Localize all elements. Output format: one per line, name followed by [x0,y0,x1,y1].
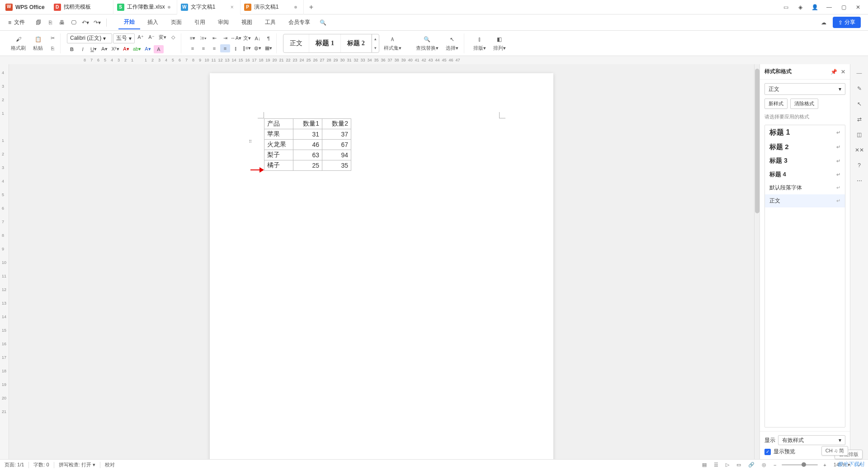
select-tool-icon[interactable]: ↖ [853,98,866,110]
chevron-up-icon[interactable]: ▴ [372,34,379,43]
help-icon[interactable]: ? [853,159,866,172]
view-web-icon[interactable]: ▭ [735,462,743,468]
window-menu-icon[interactable]: ▭ [779,1,792,14]
style-list-item[interactable]: 标题 2↵ [765,140,845,154]
ime-indicator[interactable]: CH ♫ 简 [821,446,848,456]
minimize-button[interactable]: — [823,1,835,14]
tab-references[interactable]: 引用 [189,16,211,29]
tab-view[interactable]: 视图 [236,16,258,29]
cloud-icon[interactable]: ☁ [818,17,829,28]
table-header[interactable]: 数量2 [322,119,351,129]
print-icon[interactable]: 🖶 [57,17,67,28]
increase-indent-button[interactable]: ⇥ [220,34,230,42]
preview-checkbox[interactable]: ✓ [764,449,771,455]
scroll-thumb[interactable] [755,69,760,213]
tab-tools[interactable]: 工具 [259,16,281,29]
zoom-in-button[interactable]: + [821,462,828,468]
new-tab-button[interactable]: + [304,3,319,11]
close-icon[interactable] [294,6,297,9]
document-table[interactable]: 产品 数量1 数量2 苹果 31 37 火龙果 46 67 梨子 63 [264,118,351,171]
close-icon[interactable]: × [231,4,234,10]
maximize-button[interactable]: ▢ [837,1,850,14]
numbering-button[interactable]: ⦙≡▾ [198,34,208,42]
increase-font-button[interactable]: A⁺ [136,33,146,42]
save-icon[interactable]: 🗐 [33,17,44,28]
tab-member[interactable]: 会员专享 [283,16,316,29]
style-heading1[interactable]: 标题 1 [309,34,341,52]
tab-presentation[interactable]: P 演示文稿1 [241,0,304,14]
style-list-item[interactable]: 标题 3↵ [765,154,845,168]
show-select[interactable]: 有效样式 ▾ [778,435,845,445]
superscript-button[interactable]: X²▾ [110,45,120,53]
show-marks-button[interactable]: ¶ [264,34,274,42]
style-list-item[interactable]: 默认段落字体↵ [765,181,845,194]
undo-button[interactable]: ↶▾ [80,17,91,28]
style-heading2[interactable]: 标题 2 [341,34,372,52]
edit-icon[interactable]: ✎ [853,82,866,95]
zoom-slider[interactable] [782,464,818,465]
align-right-button[interactable]: ≡ [209,44,219,52]
char-scale-button[interactable]: ↔A▾ [231,34,241,42]
tools-icon[interactable]: ✕✕ [853,144,866,156]
collapse-panel-icon[interactable]: — [853,67,866,80]
table-header[interactable]: 产品 [264,119,293,129]
share-button[interactable]: ⇪ 分享 [833,17,861,28]
font-name-select[interactable]: Calibri (正文)▾ [67,33,112,43]
file-menu[interactable]: ≡ 文件 [4,19,29,26]
tab-page[interactable]: 页面 [165,16,187,29]
borders-button[interactable]: ▦▾ [264,44,274,52]
font-color2-button[interactable]: A▾ [143,45,153,53]
align-center-button[interactable]: ≡ [198,44,208,52]
status-spellcheck[interactable]: 拼写检查: 打开 ▾ [59,461,95,468]
font-size-select[interactable]: 五号▾ [113,33,135,43]
style-list-item[interactable]: 正文↵ [765,194,845,207]
align-justify-button[interactable]: ≡ [220,44,230,52]
decrease-indent-button[interactable]: ⇤ [209,34,219,42]
view-reading-icon[interactable]: ▷ [724,462,731,468]
search-icon[interactable]: 🔍 [317,17,328,28]
more-icon[interactable]: ⋯ [853,174,866,187]
style-body[interactable]: 正文 [283,34,309,52]
layout-button[interactable]: ⫿ 排版▾ [471,33,489,53]
gallery-icon[interactable]: ◫ [853,128,866,141]
style-list-item[interactable]: 标题 1↵ [765,125,845,140]
fit-icon[interactable]: ◎ [760,462,768,468]
style-list-item[interactable]: 标题 4↵ [765,168,845,181]
tab-spreadsheet[interactable]: S 工作簿数量.xlsx [113,0,177,14]
line-spacing-button[interactable]: ‖≡▾ [242,44,252,52]
close-button[interactable]: ✕ [852,1,864,14]
paste-button[interactable]: 📋 粘贴 [30,33,46,53]
align-left-button[interactable]: ≡ [188,44,198,52]
tab-docer[interactable]: D 找稻壳模板 [50,0,113,14]
find-replace-button[interactable]: 🔍 查找替换▾ [413,33,441,53]
cube-icon[interactable]: ◈ [794,1,807,14]
font-color-button[interactable]: A▾ [121,45,131,53]
view-outline-icon[interactable]: ☰ [712,462,720,468]
vertical-scrollbar[interactable] [754,64,760,459]
bullets-button[interactable]: ≡▾ [188,34,198,42]
pin-icon[interactable]: 📌 [830,69,837,75]
status-words[interactable]: 字数: 0 [33,461,49,468]
style-set-button[interactable]: Ａ 样式集▾ [381,33,404,53]
cut-button[interactable]: ✂ [47,34,57,42]
settings-icon[interactable]: ⇄ [853,113,866,126]
decrease-font-button[interactable]: A⁻ [146,33,156,42]
view-focus-icon[interactable]: 🔗 [746,462,756,468]
table-header[interactable]: 数量1 [293,119,322,129]
phonetic-button[interactable]: 変▾ [157,33,167,42]
chevron-down-icon[interactable]: ▾ [372,43,379,52]
tab-review[interactable]: 审阅 [212,16,234,29]
arrange-button[interactable]: ◧ 排列▾ [491,33,509,53]
close-icon[interactable] [168,6,170,9]
close-icon[interactable]: ✕ [841,69,845,75]
select-button[interactable]: ↖ 选择▾ [443,33,461,53]
document-area[interactable]: ⠿ 产品 数量1 数量2 苹果 31 37 火龙果 46 67 [9,64,754,459]
clear-format-button[interactable]: ◇ [168,33,178,42]
horizontal-ruler[interactable]: 8765432112345678910111213141516171819202… [0,56,868,64]
redo-button[interactable]: ↷▾ [92,17,103,28]
tab-writer[interactable]: W 文字文稿1 × [177,0,241,14]
char-shading-button[interactable]: A [154,45,164,53]
tab-insert[interactable]: 插入 [142,16,164,29]
view-print-icon[interactable]: ▤ [700,462,708,468]
vertical-ruler[interactable]: 4321123456789101112131415161718192021 [0,64,9,459]
